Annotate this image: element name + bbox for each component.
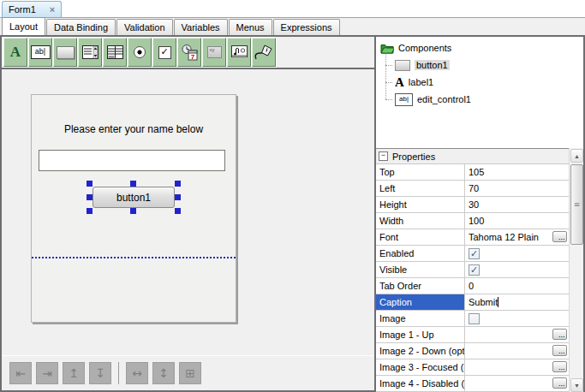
image-tool[interactable]: [227, 38, 251, 67]
property-row-image-1-up[interactable]: Image 1 - Up...: [376, 327, 569, 343]
properties-header[interactable]: − Properties: [376, 148, 569, 164]
align-right-button[interactable]: ⇥: [36, 362, 58, 384]
tab-validation[interactable]: Validation: [116, 19, 173, 35]
property-name[interactable]: Enabled: [376, 246, 465, 261]
designed-label[interactable]: Please enter your name below: [32, 123, 236, 135]
property-row-visible[interactable]: Visible✓: [376, 262, 569, 278]
tree-item-edit-control1[interactable]: ab| edit_control1: [376, 91, 583, 108]
property-row-width[interactable]: Width100: [376, 213, 569, 229]
scroll-up-icon[interactable]: ▲: [570, 149, 583, 163]
align-top-button[interactable]: ↥: [63, 362, 85, 384]
tab-menus[interactable]: Menus: [229, 19, 272, 35]
properties-scrollbar[interactable]: ▲ ≡ ▼: [569, 148, 583, 392]
property-value[interactable]: ✓: [465, 246, 569, 261]
ellipsis-button[interactable]: ...: [552, 361, 567, 372]
property-name[interactable]: Top: [376, 164, 465, 180]
property-value[interactable]: Tahoma 12 Plain...: [465, 229, 569, 245]
tab-layout[interactable]: Layout: [2, 17, 45, 35]
property-value[interactable]: ...: [465, 343, 569, 359]
property-row-image-2-down-optio[interactable]: Image 2 - Down (optio...: [376, 343, 569, 359]
property-row-image-3-focused-o[interactable]: Image 3 - Focused (o...: [376, 359, 569, 376]
selection-handle-mid-right[interactable]: [175, 194, 181, 200]
selection-handle-bottom-right[interactable]: [175, 208, 181, 214]
tab-data-binding[interactable]: Data Binding: [46, 19, 116, 35]
property-value[interactable]: 70: [465, 181, 569, 196]
document-tab-form1[interactable]: Form1 ×: [2, 1, 62, 17]
same-size-button[interactable]: ⊞: [179, 362, 201, 384]
checkbox-tool[interactable]: ✓: [152, 38, 176, 67]
tab-expressions[interactable]: Expressions: [273, 19, 340, 35]
selection-handle-mid-left[interactable]: [87, 194, 93, 200]
designed-edit-control[interactable]: [39, 150, 225, 171]
property-name[interactable]: Image: [376, 311, 465, 326]
designed-button[interactable]: button1: [93, 187, 175, 208]
radio-tool[interactable]: [128, 38, 152, 67]
same-height-button[interactable]: ↕: [152, 362, 175, 384]
property-value[interactable]: 105: [465, 164, 569, 180]
checkbox-checked-icon[interactable]: ✓: [469, 264, 480, 276]
property-row-caption[interactable]: CaptionSubmit: [376, 294, 569, 311]
design-canvas[interactable]: Please enter your name below button1: [2, 69, 374, 355]
collapse-icon[interactable]: −: [379, 151, 388, 161]
pen-tool[interactable]: [252, 38, 276, 67]
scroll-down-icon[interactable]: ▼: [570, 378, 583, 392]
property-name[interactable]: Image 1 - Up: [376, 327, 465, 342]
property-name[interactable]: Visible: [376, 262, 465, 277]
property-name[interactable]: Font: [376, 229, 465, 245]
property-value[interactable]: ✓: [465, 262, 569, 277]
selection-handle-bottom-center[interactable]: [130, 208, 136, 214]
property-name[interactable]: Tab Order: [376, 278, 465, 294]
checkbox-checked-icon[interactable]: ✓: [469, 248, 480, 259]
property-name[interactable]: Width: [376, 213, 465, 229]
listbox-tool[interactable]: [78, 38, 102, 67]
components-root[interactable]: Components: [376, 39, 583, 56]
scrollbar-thumb[interactable]: ≡: [570, 164, 583, 245]
property-value[interactable]: 100: [465, 213, 569, 229]
designed-form[interactable]: Please enter your name below button1: [31, 94, 236, 323]
edit-tool[interactable]: ab|: [28, 38, 52, 67]
property-name[interactable]: Left: [376, 181, 465, 196]
property-row-image-4-disabled-o[interactable]: Image 4 - Disabled (o...: [376, 376, 569, 392]
panel-tool[interactable]: xy: [202, 38, 226, 67]
tree-item-label1[interactable]: A label1: [376, 74, 583, 91]
property-row-font[interactable]: FontTahoma 12 Plain...: [376, 229, 569, 246]
datetime-tool[interactable]: 7: [177, 38, 201, 67]
same-width-button[interactable]: ↔: [126, 362, 148, 384]
property-value[interactable]: [465, 311, 569, 326]
property-value[interactable]: ...: [465, 327, 569, 342]
property-value[interactable]: 0: [465, 278, 569, 294]
property-name[interactable]: Image 2 - Down (optio: [376, 343, 465, 359]
grid-tool[interactable]: [103, 38, 127, 67]
tree-item-button1[interactable]: button1: [376, 56, 583, 74]
align-left-button[interactable]: ⇤: [9, 362, 32, 384]
ellipsis-button[interactable]: ...: [552, 231, 567, 242]
property-row-top[interactable]: Top105: [376, 164, 569, 181]
selection-handle-bottom-left[interactable]: [87, 208, 93, 214]
property-name[interactable]: Image 4 - Disabled (o: [376, 376, 465, 391]
property-row-left[interactable]: Left70: [376, 181, 569, 197]
close-icon[interactable]: ×: [50, 5, 55, 15]
label-tool[interactable]: A: [3, 38, 27, 67]
property-row-enabled[interactable]: Enabled✓: [376, 246, 569, 262]
property-value[interactable]: Submit: [465, 294, 569, 310]
button-tool[interactable]: [53, 38, 77, 67]
selection-handle-top-right[interactable]: [175, 181, 181, 187]
property-name[interactable]: Image 3 - Focused (o: [376, 359, 465, 375]
property-row-image[interactable]: Image: [376, 311, 569, 327]
property-row-tab-order[interactable]: Tab Order0: [376, 278, 569, 294]
selection-handle-top-center[interactable]: [130, 181, 136, 187]
property-name[interactable]: Height: [376, 197, 465, 212]
property-row-height[interactable]: Height30: [376, 197, 569, 213]
align-bottom-button[interactable]: ↧: [89, 362, 111, 384]
property-value[interactable]: ...: [465, 376, 569, 391]
ellipsis-button[interactable]: ...: [552, 329, 567, 340]
selection-handle-top-left[interactable]: [87, 181, 93, 187]
checkbox-unchecked-icon[interactable]: [469, 313, 480, 324]
ellipsis-button[interactable]: ...: [552, 377, 567, 389]
tab-variables[interactable]: Variables: [174, 19, 228, 35]
property-value[interactable]: ...: [465, 359, 569, 375]
property-name[interactable]: Caption: [376, 294, 465, 310]
properties-grid: Top105Left70Height30Width100FontTahoma 1…: [376, 164, 569, 392]
property-value[interactable]: 30: [465, 197, 569, 212]
ellipsis-button[interactable]: ...: [552, 345, 567, 356]
